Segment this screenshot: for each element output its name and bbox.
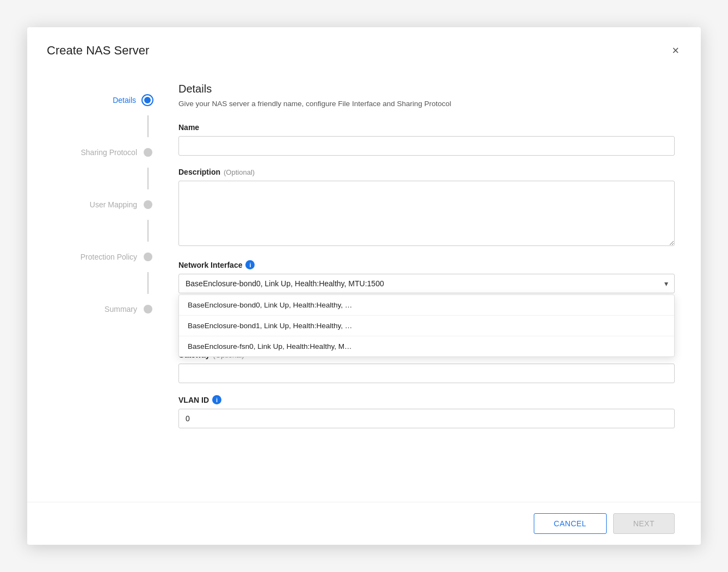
network-interface-dropdown: BaseEnclosure-bond0, Link Up, Health:Hea… [178,294,675,357]
step-item-protection[interactable]: Protection Policy [72,242,152,272]
network-interface-field-group: Network Interface i BaseEnclosure-bond0,… [178,260,675,293]
network-interface-select[interactable]: BaseEnclosure-bond0, Link Up, Health:Hea… [178,274,675,293]
dialog-header: Create NAS Server × [27,27,701,67]
step-label-sharing: Sharing Protocol [72,148,137,157]
step-label-summary: Summary [72,305,137,313]
vlan-id-label: VLAN ID i [178,395,675,404]
main-content: Details Give your NAS server a friendly … [152,67,701,502]
dropdown-item-0[interactable]: BaseEnclosure-bond0, Link Up, Health:Hea… [179,295,674,316]
step-connector-3 [147,220,149,242]
name-field-group: Name [178,123,675,156]
gateway-input[interactable] [178,364,675,383]
step-list: Details Sharing Protocol User Mapping [71,85,152,324]
step-label-protection: Protection Policy [72,253,137,261]
step-dot-sharing [144,148,152,157]
wizard-sidebar: Details Sharing Protocol User Mapping [27,67,152,502]
dialog-footer: CANCEL NEXT [27,502,701,545]
step-item-summary[interactable]: Summary [72,294,152,324]
dropdown-item-1[interactable]: BaseEnclosure-bond1, Link Up, Health:Hea… [179,316,674,336]
vlan-id-field-group: VLAN ID i [178,395,675,428]
description-label: Description (Optional) [178,168,675,176]
step-dot-details [143,95,152,105]
section-description: Give your NAS server a friendly name, co… [178,100,675,108]
description-input[interactable] [178,181,675,246]
cancel-button[interactable]: CANCEL [534,513,607,534]
step-connector-2 [147,168,149,189]
step-dot-user-mapping [144,200,152,209]
close-button[interactable]: × [670,42,681,59]
section-title: Details [178,83,675,95]
vlan-id-info-icon[interactable]: i [212,395,221,404]
step-item-sharing[interactable]: Sharing Protocol [72,137,152,168]
step-connector-1 [147,115,149,137]
vlan-id-input[interactable] [178,409,675,428]
dialog-title: Create NAS Server [47,44,149,58]
dialog-body: Details Sharing Protocol User Mapping [27,67,701,502]
network-interface-label: Network Interface i [178,260,675,269]
step-item-details[interactable]: Details [71,85,152,115]
step-item-user-mapping[interactable]: User Mapping [72,189,152,220]
network-interface-info-icon[interactable]: i [245,260,255,269]
dropdown-item-2[interactable]: BaseEnclosure-fsn0, Link Up, Health:Heal… [179,336,674,356]
step-label-user-mapping: User Mapping [72,200,137,209]
name-input[interactable] [178,136,675,156]
step-label-details: Details [71,96,136,104]
description-field-group: Description (Optional) [178,168,675,248]
name-label: Name [178,123,675,132]
next-button[interactable]: NEXT [613,513,675,534]
step-connector-4 [147,272,149,294]
network-interface-select-wrapper: BaseEnclosure-bond0, Link Up, Health:Hea… [178,274,675,293]
step-dot-summary [144,305,152,313]
step-dot-protection [144,253,152,261]
